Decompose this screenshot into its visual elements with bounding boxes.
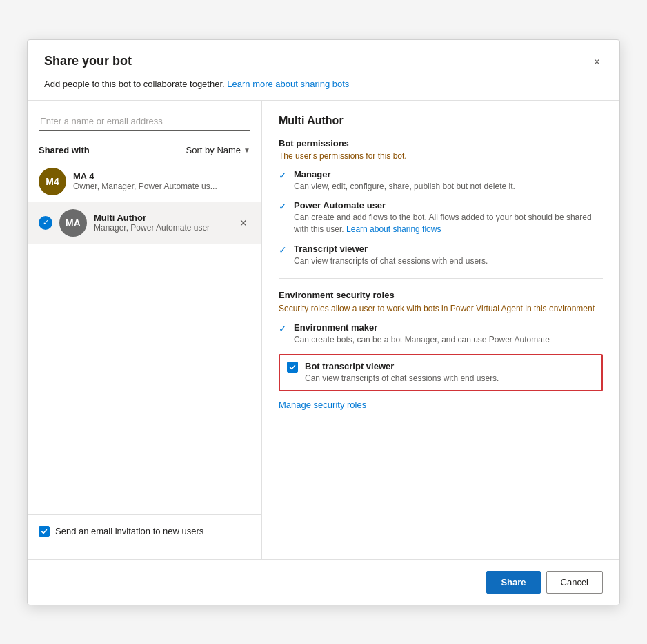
sort-control[interactable]: Sort by Name ▼ [186,145,250,155]
search-input[interactable] [39,112,250,131]
dialog-footer: Share Cancel [28,559,619,605]
remove-user-button[interactable]: ✕ [237,215,250,231]
avatar: MA [59,209,87,237]
user-role: Owner, Manager, Power Automate us... [73,182,250,191]
role-text: Environment maker Can create bots, can b… [294,322,550,346]
role-desc: Can create bots, can be a bot Manager, a… [294,334,550,346]
close-button[interactable]: × [591,54,603,70]
perm-desc: Can create and add flows to the bot. All… [294,212,603,235]
learn-more-link[interactable]: Learn more about sharing bots [227,79,349,89]
role-desc: Can view transcripts of chat sessions wi… [305,373,499,384]
cancel-button[interactable]: Cancel [546,571,603,594]
perm-text: Manager Can view, edit, configure, share… [294,169,515,193]
bot-permissions-desc: The user's permissions for this bot. [279,151,603,161]
selected-check-icon: ✓ [39,216,52,230]
check-icon: ✓ [279,201,287,212]
user-info: MA 4 Owner, Manager, Power Automate us..… [73,171,250,191]
env-roles-desc: Security roles allow a user to work with… [279,303,603,315]
perm-name: Power Automate user [294,200,603,211]
subtitle-text: Add people to this bot to collaborate to… [44,79,225,89]
shared-with-label: Shared with [39,145,90,155]
role-transcript-viewer-highlighted: Bot transcript viewer Can view transcrip… [279,354,603,391]
user-role: Manager, Power Automate user [94,223,230,233]
dialog-title: Share your bot [44,54,132,68]
role-name: Environment maker [294,322,550,333]
permission-power-automate: ✓ Power Automate user Can create and add… [279,200,603,235]
manage-security-roles-link[interactable]: Manage security roles [279,400,366,410]
left-footer: Send an email invitation to new users [28,514,261,548]
left-panel: Shared with Sort by Name ▼ M4 MA 4 Owner… [28,101,262,559]
dialog-subtitle: Add people to this bot to collaborate to… [28,79,619,100]
chevron-down-icon: ▼ [243,146,250,154]
list-item[interactable]: ✓ MA Multi Author Manager, Power Automat… [28,202,261,244]
right-panel: Multi Author Bot permissions The user's … [262,101,619,559]
perm-text: Transcript viewer Can view transcripts o… [294,244,488,267]
shared-with-header: Shared with Sort by Name ▼ [28,139,261,161]
manage-security-roles-link-container: Manage security roles [279,400,603,410]
user-name: MA 4 [73,171,250,182]
permission-transcript: ✓ Transcript viewer Can view transcripts… [279,244,603,267]
email-invitation-checkbox[interactable] [39,526,50,537]
check-icon: ✓ [279,170,287,181]
check-icon: ✓ [279,323,287,334]
permission-manager: ✓ Manager Can view, edit, configure, sha… [279,169,603,193]
dialog-body: Shared with Sort by Name ▼ M4 MA 4 Owner… [28,100,619,559]
user-list: M4 MA 4 Owner, Manager, Power Automate u… [28,161,261,514]
transcript-viewer-checkbox[interactable] [287,362,298,373]
env-roles-title: Environment security roles [279,290,603,300]
avatar: M4 [39,168,66,195]
user-name: Multi Author [94,213,230,223]
search-area [28,112,261,139]
perm-name: Transcript viewer [294,244,488,254]
email-invitation-label: Send an email invitation to new users [55,526,203,536]
section-divider [279,278,603,279]
dialog-header: Share your bot × [28,40,619,79]
perm-desc: Can view, edit, configure, share, publis… [294,181,515,193]
share-bot-dialog: Share your bot × Add people to this bot … [27,39,620,605]
perm-name: Manager [294,169,515,179]
list-item[interactable]: M4 MA 4 Owner, Manager, Power Automate u… [28,161,261,202]
share-button[interactable]: Share [486,571,540,594]
sort-label: Sort by Name [186,145,241,155]
role-env-maker: ✓ Environment maker Can create bots, can… [279,322,603,346]
perm-desc: Can view transcripts of chat sessions wi… [294,255,488,267]
panel-user-title: Multi Author [279,115,603,127]
role-text: Bot transcript viewer Can view transcrip… [305,361,499,384]
perm-text: Power Automate user Can create and add f… [294,200,603,235]
check-icon: ✓ [279,244,287,255]
role-name: Bot transcript viewer [305,361,499,371]
bot-permissions-title: Bot permissions [279,138,603,148]
user-info: Multi Author Manager, Power Automate use… [94,213,230,233]
learn-sharing-flows-link[interactable]: Learn about sharing flows [346,224,441,234]
